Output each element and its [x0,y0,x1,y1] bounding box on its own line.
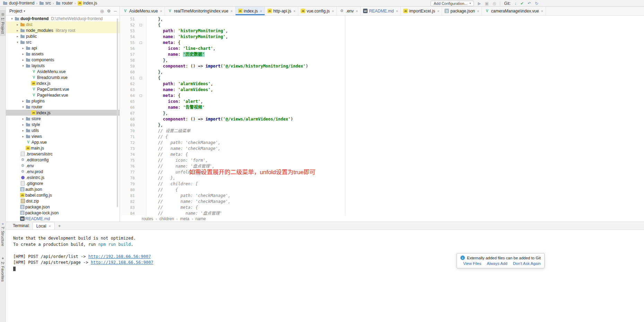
close-icon[interactable]: × [160,9,162,13]
notification-action[interactable]: Always Add [487,261,507,266]
toolwindow-project-button[interactable]: ▤ 1: Project [0,10,6,36]
tree-row[interactable]: ▾duoji-frontendD:\zheheWeb\duoji-fronten… [6,16,120,21]
terminal-tab-local[interactable]: Local × [33,222,55,230]
tree-row[interactable]: {}package.json [6,204,120,210]
notification-action[interactable]: Don't Ask Again [513,261,541,266]
close-icon[interactable]: × [477,9,479,13]
tree-row[interactable]: ▸dist [6,21,120,27]
editor-tab[interactable]: ⚙.env× [337,7,361,15]
commit-icon[interactable]: ✔ [520,1,524,6]
tree-toggle-icon[interactable]: ▸ [15,29,20,32]
tree-toggle-icon[interactable]: ▸ [15,23,20,26]
editor-tab[interactable]: VAsideMenu.vue× [120,7,165,15]
new-terminal-button[interactable]: + [58,223,61,229]
tree-row[interactable]: ⚙.env.prod [6,169,120,175]
close-icon[interactable]: × [332,9,334,13]
debug-icon[interactable]: ▣ [485,1,488,6]
tree-toggle-icon[interactable]: ▸ [15,35,20,38]
tree-row[interactable]: JSindex.js [6,80,120,86]
tree-row[interactable]: ▸api [6,45,120,51]
editor-tab[interactable]: {}package.json× [442,7,482,15]
tree-row[interactable]: MDREADME.md [6,216,120,222]
code-editor[interactable]: 51 },52 {53 path: 'historyMonitoring',54… [120,16,644,216]
tree-toggle-icon[interactable]: ▸ [20,58,26,62]
fold-marker-icon[interactable] [140,95,142,97]
tree-toggle-icon[interactable]: ▸ [20,117,26,120]
tree-row[interactable]: ▸utils [6,127,120,133]
tree-row[interactable]: ⚙.env [6,163,120,169]
breadcrumb-item[interactable]: meta [180,216,189,221]
tree-row[interactable]: VPageContent.vue [6,86,120,92]
tree-row[interactable]: VPageHeader.vue [6,92,120,98]
editor-tab[interactable]: JSindex.js× [236,7,265,15]
tree-row[interactable]: .browserslistrc [6,151,120,157]
tree-row[interactable]: VApp.vue [6,139,120,145]
update-project-icon[interactable]: ↓ [514,1,517,6]
fold-marker-icon[interactable] [140,77,142,79]
tree-row[interactable]: ▾router [6,104,120,110]
gear-icon[interactable]: ⚙ [107,9,111,14]
tree-toggle-icon[interactable]: ▸ [20,52,26,56]
tree-row[interactable]: JSindex.js [6,110,120,116]
breadcrumb-item[interactable]: duoji-frontend [2,1,35,6]
close-icon[interactable]: × [260,9,262,13]
close-icon[interactable]: × [356,9,358,13]
close-icon[interactable]: × [396,9,398,13]
tree-row[interactable]: ▸plugins [6,98,120,104]
coverage-icon[interactable]: ◎ [493,1,496,6]
close-icon[interactable]: × [230,9,232,13]
tree-row[interactable]: .gitignore [6,180,120,186]
tree-row[interactable]: JSmain.js [6,145,120,151]
tree-toggle-icon[interactable]: ▸ [20,129,26,132]
tree-row[interactable]: .eslintrc.js [6,175,120,180]
breadcrumb-item[interactable]: children [159,216,174,221]
tree-row[interactable]: {}auth.json [6,186,120,192]
run-icon[interactable]: ▶ [478,1,481,6]
tree-toggle-icon[interactable]: ▾ [15,41,20,44]
tree-row[interactable]: ▸style [6,122,120,127]
editor-tab[interactable]: JShttp-api.js× [265,7,298,15]
breadcrumb-item[interactable]: name [195,216,206,221]
tree-row[interactable]: ▾layouts [6,63,120,69]
tree-row[interactable]: ▸components [6,57,120,63]
tree-row[interactable]: VBreadcrumb.vue [6,74,120,80]
tree-row[interactable]: dist.zip [6,198,120,204]
terminal-link[interactable]: http://192.168.66.56:9007 [88,254,151,259]
breadcrumb-item[interactable]: routes [142,216,153,221]
breadcrumb-item[interactable]: src [38,1,52,6]
editor-tab[interactable]: JSvue.config.js× [298,7,337,15]
hide-panel-icon[interactable]: ─ [114,9,117,14]
editor-tab[interactable]: VcameraManage\index.vue× [482,7,546,15]
locate-file-icon[interactable]: ◎ [100,9,104,14]
tree-row[interactable]: ▸assets [6,51,120,57]
tree-toggle-icon[interactable]: ▸ [20,123,26,126]
editor-tab[interactable]: MDREADME.md× [361,7,401,15]
close-icon[interactable]: × [293,9,295,13]
notification-action[interactable]: View Files [463,261,481,266]
tree-row[interactable]: VAsideMenu.vue [6,69,120,74]
history-icon[interactable]: ↻ [535,1,538,6]
tree-row[interactable]: ▸node_moduleslibrary root [6,27,120,33]
tree-scrollbar[interactable] [117,18,118,207]
terminal-output[interactable]: Note that the development build is not o… [6,230,644,322]
close-icon[interactable]: × [541,9,543,13]
editor-tab[interactable]: VrealTimeMonitoring\index.vue× [165,7,235,15]
tree-row[interactable]: {}package-lock.json [6,210,120,216]
tree-row[interactable]: ▸public [6,33,120,39]
add-configuration-button[interactable]: Add Configuration... ▾ [431,1,474,6]
tree-toggle-icon[interactable]: ▸ [20,135,26,138]
chevron-down-icon[interactable]: ▾ [24,9,25,13]
breadcrumb-item[interactable]: router [55,1,73,6]
revert-icon[interactable]: ↶ [528,1,531,6]
fold-marker-icon[interactable] [140,42,142,44]
editor-tab[interactable]: JSimportExcel.js× [401,7,442,15]
terminal-link[interactable]: http://192.168.66.56:9007 [91,260,153,265]
close-icon[interactable]: × [48,224,51,228]
tree-row[interactable]: ▾src [6,39,120,45]
close-icon[interactable]: × [437,9,439,13]
tree-toggle-icon[interactable]: ▾ [20,64,26,68]
tree-toggle-icon[interactable]: ▸ [20,46,26,50]
tree-toggle-icon[interactable]: ▸ [20,99,26,103]
breadcrumb-item[interactable]: JSindex.js [77,1,98,6]
tree-row[interactable]: ▸views [6,133,120,139]
